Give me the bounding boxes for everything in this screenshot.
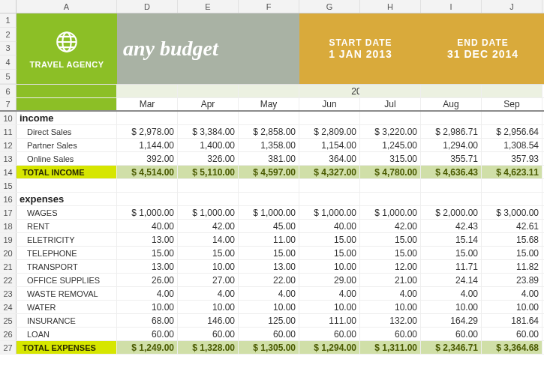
cell[interactable]: 15.00 [299, 247, 360, 259]
cell[interactable]: 164.29 [421, 314, 482, 327]
cell[interactable]: 146.00 [178, 314, 239, 327]
cell[interactable]: 42.00 [178, 220, 239, 232]
row-header[interactable]: 13 [0, 152, 17, 165]
cell[interactable]: 13.00 [117, 260, 178, 273]
cell[interactable]: 4.00 [239, 287, 299, 300]
row-header[interactable]: 26 [0, 328, 17, 340]
cell[interactable]: 15.68 [482, 233, 542, 246]
month-header[interactable]: May [239, 98, 299, 110]
row-header[interactable]: 14 [0, 166, 17, 178]
cell[interactable]: 29.00 [299, 274, 360, 286]
cell[interactable]: 357.93 [482, 152, 542, 165]
cell[interactable]: 392.00 [117, 152, 178, 165]
row-label[interactable]: ELETRICITY [17, 233, 117, 246]
title-cell[interactable]: any budget [117, 13, 299, 84]
cell[interactable]: 40.00 [117, 220, 178, 232]
row-label[interactable]: Direct Sales [17, 125, 117, 138]
cell[interactable]: 68.00 [117, 314, 178, 327]
cell[interactable]: 10.00 [482, 301, 542, 313]
month-header[interactable]: Aug [421, 98, 482, 110]
cell[interactable]: 10.00 [117, 301, 178, 313]
cell[interactable]: 60.00 [299, 328, 360, 340]
cell[interactable]: $ 1,000.00 [299, 206, 360, 219]
row-label[interactable]: TRANSPORT [17, 260, 117, 273]
row-header[interactable]: 27 [0, 341, 17, 354]
col-header-E[interactable]: E [178, 0, 239, 13]
cell[interactable]: 1,400.00 [178, 139, 239, 151]
row-label[interactable]: WAGES [17, 206, 117, 219]
cell[interactable]: 15.14 [421, 233, 482, 246]
cell[interactable] [239, 85, 299, 97]
cell[interactable]: 1,144.00 [117, 139, 178, 151]
cell[interactable]: 10.00 [178, 301, 239, 313]
cell[interactable]: 27.00 [178, 274, 239, 286]
cell[interactable]: 4.00 [421, 287, 482, 300]
start-date-block[interactable]: START DATE 1 JAN 2013 [299, 13, 422, 84]
cell[interactable]: 125.00 [239, 314, 299, 327]
cell[interactable]: 24.14 [421, 274, 482, 286]
row-header[interactable]: 19 [0, 233, 17, 246]
month-header[interactable]: Jun [299, 98, 360, 110]
cell[interactable]: $ 1,328.00 [178, 341, 239, 354]
cell[interactable]: 11.82 [482, 260, 542, 273]
cell[interactable] [239, 179, 299, 192]
row-header[interactable]: 17 [0, 206, 17, 219]
cell[interactable]: 60.00 [178, 328, 239, 340]
cell[interactable]: $ 3,000.00 [482, 206, 542, 219]
row-header[interactable]: 22 [0, 274, 17, 286]
cell[interactable]: 15.00 [117, 247, 178, 259]
cell[interactable] [239, 112, 299, 124]
row-label[interactable]: OFFICE SUPPLIES [17, 274, 117, 286]
cell[interactable] [299, 179, 360, 192]
row-header[interactable]: 11 [0, 125, 17, 138]
cell[interactable]: 326.00 [178, 152, 239, 165]
cell[interactable] [117, 179, 178, 192]
cell[interactable] [178, 85, 239, 97]
year-value[interactable]: 2013 [299, 85, 360, 97]
cell[interactable]: 60.00 [360, 328, 421, 340]
cell[interactable]: $ 2,978.00 [117, 125, 178, 138]
col-header-I[interactable]: I [421, 0, 482, 13]
month-header[interactable]: Mar [117, 98, 178, 110]
cell[interactable] [482, 85, 542, 97]
cell[interactable]: 10.00 [421, 301, 482, 313]
row-label[interactable]: income [17, 112, 117, 124]
cell[interactable]: $ 2,986.71 [421, 125, 482, 138]
cell[interactable]: 60.00 [239, 328, 299, 340]
cell[interactable]: $ 1,000.00 [117, 206, 178, 219]
cell[interactable]: 42.43 [421, 220, 482, 232]
cell[interactable]: 60.00 [482, 328, 542, 340]
row-header[interactable]: 5 [0, 70, 17, 84]
end-date-block[interactable]: END DATE 31 DEC 2014 [422, 13, 544, 84]
cell[interactable] [17, 98, 117, 110]
cell[interactable]: 15.00 [360, 247, 421, 259]
cell[interactable]: 1,154.00 [299, 139, 360, 151]
col-header-A[interactable]: A [17, 0, 117, 13]
cell[interactable]: $ 4,636.43 [421, 166, 482, 178]
cell[interactable]: $ 2,346.71 [421, 341, 482, 354]
cell[interactable]: 10.00 [299, 260, 360, 273]
cell[interactable] [360, 193, 421, 205]
cell[interactable]: $ 4,514.00 [117, 166, 178, 178]
col-header-G[interactable]: G [299, 0, 360, 13]
cell[interactable]: 4.00 [117, 287, 178, 300]
row-header[interactable]: 2 [0, 28, 17, 42]
row-header[interactable]: 23 [0, 287, 17, 300]
cell[interactable]: 381.00 [239, 152, 299, 165]
cell[interactable]: 60.00 [117, 328, 178, 340]
cell[interactable] [178, 112, 239, 124]
cell[interactable]: $ 4,327.00 [299, 166, 360, 178]
cell[interactable]: 13.00 [239, 260, 299, 273]
cell[interactable]: 15.00 [360, 233, 421, 246]
row-header[interactable]: 15 [0, 179, 17, 192]
row-header[interactable]: 12 [0, 139, 17, 151]
row-header[interactable]: 1 [0, 13, 17, 28]
row-header[interactable]: 20 [0, 247, 17, 259]
cell[interactable]: $ 1,000.00 [239, 206, 299, 219]
cell[interactable]: $ 5,110.00 [178, 166, 239, 178]
cell[interactable]: 364.00 [299, 152, 360, 165]
cell[interactable]: 40.00 [299, 220, 360, 232]
cell[interactable]: $ 1,000.00 [360, 206, 421, 219]
row-header[interactable]: 6 [0, 85, 17, 97]
cell[interactable]: 15.00 [299, 233, 360, 246]
